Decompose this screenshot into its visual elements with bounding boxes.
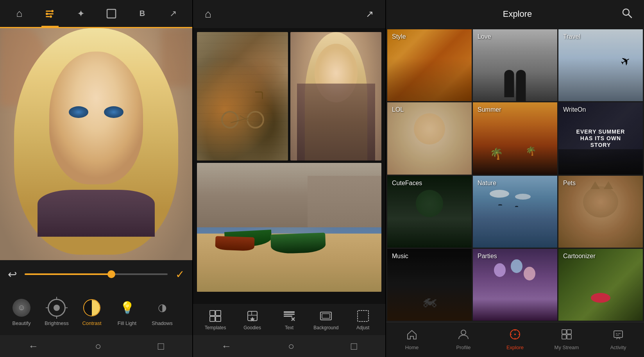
- writeon-subtext: EVERY SUMMERHAS ITS OWNSTORY: [576, 129, 625, 148]
- svg-point-4: [46, 12, 48, 15]
- collage-canvas: [193, 28, 385, 304]
- svg-rect-24: [562, 330, 566, 334]
- svg-rect-0: [46, 11, 51, 12]
- nav-back-button[interactable]: ←: [28, 340, 38, 352]
- nav-home-item[interactable]: Home: [396, 329, 428, 350]
- explore-cell-writeon[interactable]: WriteOn EVERY SUMMERHAS ITS OWNSTORY: [558, 102, 643, 174]
- home-button[interactable]: ⌂: [11, 5, 28, 22]
- background-label: Background: [313, 325, 338, 330]
- nav-activity-item[interactable]: Activity: [603, 329, 634, 350]
- brightness-label: Brightness: [45, 320, 68, 326]
- explore-cell-summer[interactable]: 🌴 🌴 Summer: [473, 102, 557, 174]
- confirm-button[interactable]: ✓: [175, 268, 184, 281]
- explore-cell-travel[interactable]: ✈ Travel: [558, 29, 643, 101]
- filllight-label: Fill Light: [118, 320, 136, 326]
- explore-nav: Home Profile Explore: [386, 322, 644, 357]
- svg-rect-6: [107, 9, 116, 18]
- editor-tools: ☺ Beautify Brightness: [0, 288, 192, 335]
- collage-nav-home[interactable]: ○: [288, 340, 294, 352]
- explore-cell-pets[interactable]: Pets: [558, 176, 643, 248]
- collage-cell-boats[interactable]: [197, 163, 381, 291]
- collage-share-button[interactable]: ↗: [366, 9, 374, 20]
- tools-button[interactable]: [41, 5, 59, 22]
- svg-line-20: [628, 14, 631, 18]
- svg-rect-25: [567, 330, 571, 334]
- background-tool[interactable]: Background: [310, 309, 342, 330]
- explore-cell-cartoonizer[interactable]: Cartoonizer: [558, 249, 643, 321]
- svg-rect-18: [358, 311, 369, 321]
- explore-cell-cutefaces[interactable]: CuteFaces: [387, 176, 472, 248]
- home-nav-label: Home: [405, 345, 419, 350]
- editor-photo: [0, 28, 192, 260]
- explore-cell-lol[interactable]: LOL: [387, 102, 472, 174]
- nav-explore-item[interactable]: Explore: [499, 329, 531, 350]
- adjust-label: Adjust: [356, 325, 369, 330]
- filllight-tool[interactable]: 💡 Fill Light: [109, 295, 145, 329]
- nav-profile-item[interactable]: Profile: [448, 329, 479, 350]
- nav-home-button[interactable]: ○: [95, 340, 101, 352]
- activity-nav-icon: [613, 329, 624, 343]
- explore-nav-label: Explore: [506, 345, 524, 350]
- svg-point-23: [514, 334, 516, 335]
- collage-nav-back[interactable]: ←: [221, 340, 231, 352]
- explore-title: Explore: [413, 9, 621, 19]
- brightness-tool[interactable]: Brightness: [39, 295, 74, 329]
- share-button[interactable]: ↗: [165, 5, 182, 22]
- collage-bottom-bar: Templates Goodies: [193, 304, 385, 335]
- brightness-slider[interactable]: [25, 273, 168, 275]
- svg-rect-10: [216, 316, 221, 321]
- nature-label: Nature: [478, 180, 496, 187]
- mystream-nav-icon: [561, 329, 572, 343]
- svg-rect-14: [284, 314, 295, 315]
- cartoonizer-label: Cartoonizer: [563, 253, 596, 260]
- editor-nav: ← ○ □: [0, 335, 192, 357]
- explore-cell-style[interactable]: Style: [387, 29, 472, 101]
- svg-rect-17: [322, 314, 330, 318]
- beautify-label: Beautify: [13, 320, 31, 326]
- beautify-tool[interactable]: ☺ Beautify: [4, 295, 39, 329]
- svg-rect-13: [284, 311, 295, 313]
- svg-point-3: [51, 10, 54, 12]
- explore-cell-love[interactable]: Love: [473, 29, 557, 101]
- search-button[interactable]: [621, 7, 632, 21]
- collage-toolbar: ⌂ ↗: [193, 0, 385, 28]
- undo-button[interactable]: ↩: [8, 268, 17, 281]
- collage-home-button[interactable]: ⌂: [205, 8, 211, 20]
- collage-cell-bike[interactable]: [197, 32, 288, 161]
- bold-button[interactable]: B: [134, 5, 151, 22]
- svg-rect-7: [210, 311, 215, 316]
- shadows-tool[interactable]: ◑ Shadows: [145, 295, 180, 329]
- explore-cell-music[interactable]: 🏍 Music: [387, 249, 472, 321]
- svg-rect-2: [46, 16, 50, 17]
- parties-label: Parties: [478, 253, 497, 260]
- templates-label: Templates: [205, 325, 226, 330]
- goodies-label: Goodies: [243, 325, 261, 330]
- explore-cell-parties[interactable]: Parties: [473, 249, 557, 321]
- templates-tool[interactable]: Templates: [200, 309, 231, 330]
- svg-rect-27: [567, 335, 571, 339]
- collage-panel: ⌂ ↗: [193, 0, 386, 357]
- explore-cell-nature[interactable]: Nature: [473, 176, 557, 248]
- explore-header: Explore: [386, 0, 644, 28]
- love-label: Love: [478, 33, 491, 40]
- svg-rect-9: [210, 316, 215, 321]
- wand-button[interactable]: ✦: [72, 5, 89, 22]
- collage-cell-girl[interactable]: [290, 32, 381, 161]
- text-tool[interactable]: Text: [274, 309, 305, 330]
- frame-button[interactable]: [103, 5, 120, 22]
- collage-top-row: [197, 32, 381, 161]
- contrast-label: Contrast: [82, 320, 101, 326]
- collage-nav-recent[interactable]: □: [351, 340, 357, 352]
- contrast-tool[interactable]: Contrast: [74, 295, 109, 329]
- editor-slider-controls: ↩ ✓: [0, 260, 192, 288]
- music-label: Music: [392, 253, 408, 260]
- goodies-tool[interactable]: Goodies: [237, 309, 268, 330]
- travel-label: Travel: [563, 33, 580, 40]
- adjust-tool[interactable]: Adjust: [347, 309, 379, 330]
- writeon-label: WriteOn: [563, 106, 586, 113]
- nav-mystream-item[interactable]: My Stream: [551, 329, 582, 350]
- style-label: Style: [392, 33, 406, 40]
- editor-toolbar: ⌂ ✦ B ↗: [0, 0, 192, 28]
- nav-recent-button[interactable]: □: [158, 340, 164, 352]
- svg-rect-8: [216, 311, 221, 316]
